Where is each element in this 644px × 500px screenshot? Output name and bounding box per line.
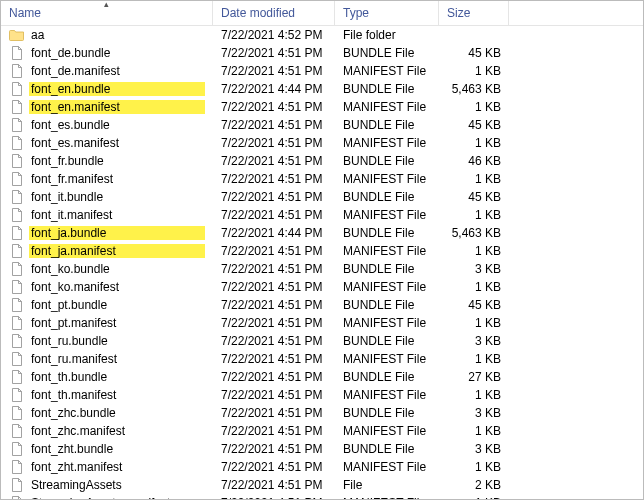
file-date-cell: 7/22/2021 4:44 PM (213, 82, 335, 96)
file-row[interactable]: font_zhc.manifest7/22/2021 4:51 PMMANIFE… (1, 422, 643, 440)
file-size-cell: 1 KB (439, 64, 509, 78)
file-name-label: font_es.manifest (29, 136, 205, 150)
file-size-cell: 45 KB (439, 118, 509, 132)
column-header-name-label: Name (9, 6, 41, 20)
file-type-cell: MANIFEST File (335, 496, 439, 500)
column-header-spacer (509, 1, 643, 25)
file-date-cell: 7/22/2021 4:51 PM (213, 190, 335, 204)
file-name-cell: font_it.bundle (1, 189, 213, 205)
file-name-cell: font_fr.bundle (1, 153, 213, 169)
file-type-cell: BUNDLE File (335, 118, 439, 132)
file-row[interactable]: font_ru.bundle7/22/2021 4:51 PMBUNDLE Fi… (1, 332, 643, 350)
column-header-size[interactable]: Size (439, 1, 509, 25)
file-row[interactable]: font_zht.bundle7/22/2021 4:51 PMBUNDLE F… (1, 440, 643, 458)
file-name-label: font_pt.bundle (29, 298, 205, 312)
file-size-cell: 1 KB (439, 208, 509, 222)
file-row[interactable]: font_pt.bundle7/22/2021 4:51 PMBUNDLE Fi… (1, 296, 643, 314)
file-name-cell: font_de.bundle (1, 45, 213, 61)
file-row[interactable]: StreamingAssets.manifest7/22/2021 4:51 P… (1, 494, 643, 500)
file-size-cell: 5,463 KB (439, 226, 509, 240)
file-name-label: font_pt.manifest (29, 316, 205, 330)
column-header-type[interactable]: Type (335, 1, 439, 25)
file-name-cell: font_th.manifest (1, 387, 213, 403)
file-row[interactable]: font_ko.bundle7/22/2021 4:51 PMBUNDLE Fi… (1, 260, 643, 278)
file-icon (9, 423, 25, 439)
file-icon (9, 405, 25, 421)
column-header-type-label: Type (343, 6, 369, 20)
file-type-cell: BUNDLE File (335, 370, 439, 384)
file-name-cell: font_pt.bundle (1, 297, 213, 313)
file-icon (9, 99, 25, 115)
file-row[interactable]: font_en.manifest7/22/2021 4:51 PMMANIFES… (1, 98, 643, 116)
file-date-cell: 7/22/2021 4:51 PM (213, 64, 335, 78)
file-name-cell: font_ru.bundle (1, 333, 213, 349)
file-date-cell: 7/22/2021 4:51 PM (213, 442, 335, 456)
file-name-cell: font_en.bundle (1, 81, 213, 97)
file-row[interactable]: font_fr.manifest7/22/2021 4:51 PMMANIFES… (1, 170, 643, 188)
file-size-cell: 1 KB (439, 424, 509, 438)
file-name-cell: StreamingAssets (1, 477, 213, 493)
file-row[interactable]: font_pt.manifest7/22/2021 4:51 PMMANIFES… (1, 314, 643, 332)
file-row[interactable]: font_th.bundle7/22/2021 4:51 PMBUNDLE Fi… (1, 368, 643, 386)
file-type-cell: BUNDLE File (335, 442, 439, 456)
file-name-cell: font_ja.bundle (1, 225, 213, 241)
file-name-cell: font_fr.manifest (1, 171, 213, 187)
file-name-label: font_fr.bundle (29, 154, 205, 168)
file-icon (9, 351, 25, 367)
file-name-label: font_ko.manifest (29, 280, 205, 294)
file-type-cell: MANIFEST File (335, 352, 439, 366)
file-row[interactable]: font_ko.manifest7/22/2021 4:51 PMMANIFES… (1, 278, 643, 296)
file-row[interactable]: font_ja.manifest7/22/2021 4:51 PMMANIFES… (1, 242, 643, 260)
file-size-cell: 1 KB (439, 172, 509, 186)
file-size-cell: 1 KB (439, 388, 509, 402)
file-date-cell: 7/22/2021 4:51 PM (213, 46, 335, 60)
file-name-label: font_ko.bundle (29, 262, 205, 276)
file-icon (9, 63, 25, 79)
file-row[interactable]: font_th.manifest7/22/2021 4:51 PMMANIFES… (1, 386, 643, 404)
column-header-name[interactable]: ▴ Name (1, 1, 213, 25)
file-name-label: StreamingAssets (29, 478, 205, 492)
file-name-label: font_it.manifest (29, 208, 205, 222)
file-row[interactable]: font_zht.manifest7/22/2021 4:51 PMMANIFE… (1, 458, 643, 476)
file-size-cell: 1 KB (439, 136, 509, 150)
file-date-cell: 7/22/2021 4:51 PM (213, 136, 335, 150)
file-name-cell: font_zhc.bundle (1, 405, 213, 421)
file-size-cell: 27 KB (439, 370, 509, 384)
file-size-cell: 1 KB (439, 496, 509, 500)
file-row[interactable]: StreamingAssets7/22/2021 4:51 PMFile2 KB (1, 476, 643, 494)
file-row[interactable]: font_es.manifest7/22/2021 4:51 PMMANIFES… (1, 134, 643, 152)
file-name-label: font_ru.bundle (29, 334, 205, 348)
file-icon (9, 171, 25, 187)
file-row[interactable]: font_en.bundle7/22/2021 4:44 PMBUNDLE Fi… (1, 80, 643, 98)
column-header-date[interactable]: Date modified (213, 1, 335, 25)
file-row[interactable]: font_ja.bundle7/22/2021 4:44 PMBUNDLE Fi… (1, 224, 643, 242)
file-name-cell: font_th.bundle (1, 369, 213, 385)
file-icon (9, 333, 25, 349)
file-name-cell: font_zhc.manifest (1, 423, 213, 439)
file-type-cell: BUNDLE File (335, 190, 439, 204)
file-name-label: font_ru.manifest (29, 352, 205, 366)
column-header-date-label: Date modified (221, 6, 295, 20)
file-name-cell: font_es.bundle (1, 117, 213, 133)
file-row[interactable]: font_zhc.bundle7/22/2021 4:51 PMBUNDLE F… (1, 404, 643, 422)
file-size-cell: 3 KB (439, 406, 509, 420)
file-row[interactable]: aa7/22/2021 4:52 PMFile folder (1, 26, 643, 44)
file-row[interactable]: font_it.manifest7/22/2021 4:51 PMMANIFES… (1, 206, 643, 224)
file-date-cell: 7/22/2021 4:51 PM (213, 478, 335, 492)
file-row[interactable]: font_es.bundle7/22/2021 4:51 PMBUNDLE Fi… (1, 116, 643, 134)
file-type-cell: BUNDLE File (335, 334, 439, 348)
file-date-cell: 7/22/2021 4:51 PM (213, 298, 335, 312)
file-row[interactable]: font_de.bundle7/22/2021 4:51 PMBUNDLE Fi… (1, 44, 643, 62)
file-type-cell: BUNDLE File (335, 262, 439, 276)
file-name-cell: font_zht.manifest (1, 459, 213, 475)
file-type-cell: BUNDLE File (335, 298, 439, 312)
column-header-row: ▴ Name Date modified Type Size (1, 1, 643, 26)
file-icon (9, 441, 25, 457)
file-list[interactable]: aa7/22/2021 4:52 PMFile folderfont_de.bu… (1, 26, 643, 500)
file-size-cell: 5,463 KB (439, 82, 509, 96)
file-row[interactable]: font_de.manifest7/22/2021 4:51 PMMANIFES… (1, 62, 643, 80)
file-row[interactable]: font_ru.manifest7/22/2021 4:51 PMMANIFES… (1, 350, 643, 368)
file-row[interactable]: font_fr.bundle7/22/2021 4:51 PMBUNDLE Fi… (1, 152, 643, 170)
sort-indicator-up-icon: ▴ (104, 0, 109, 9)
file-row[interactable]: font_it.bundle7/22/2021 4:51 PMBUNDLE Fi… (1, 188, 643, 206)
